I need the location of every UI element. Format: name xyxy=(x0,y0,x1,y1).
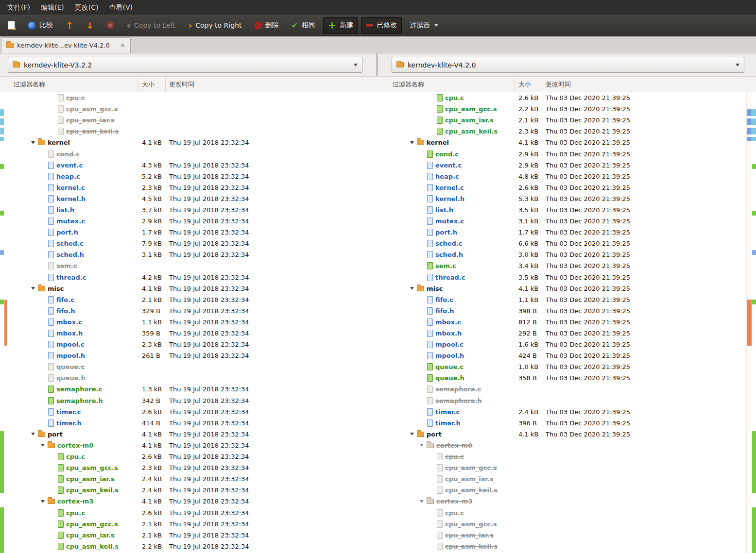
pane-splitter[interactable] xyxy=(377,53,378,76)
compare-button[interactable]: 比较 xyxy=(23,17,58,34)
tree-row[interactable]: port4.1 kBThu 03 Dec 2020 21:39:25 xyxy=(389,429,746,440)
expander-icon[interactable] xyxy=(410,433,414,436)
tree-row[interactable]: queue.h358 BThu 03 Dec 2020 21:39:25 xyxy=(389,372,746,384)
diff-overview-map-left[interactable] xyxy=(0,77,10,553)
tree-row[interactable]: mpool.c2.3 kBThu 19 Jul 2018 23:32:34 xyxy=(10,339,364,350)
tree-row[interactable]: cpu_asm_gcc.s2.1 kBThu 19 Jul 2018 23:32… xyxy=(10,519,364,530)
column-header-size[interactable]: 大小 xyxy=(138,77,166,92)
column-header-name[interactable]: 过滤器名称 xyxy=(10,77,138,92)
tree-row[interactable]: sched.c7.9 kBThu 19 Jul 2018 23:32:34 xyxy=(10,238,364,249)
tree-row[interactable]: sched.h3.1 kBThu 19 Jul 2018 23:32:34 xyxy=(10,249,364,260)
tree-row[interactable]: cpu_asm_keil.s xyxy=(389,485,746,496)
tree-row[interactable]: sched.h3.0 kBThu 03 Dec 2020 21:39:25 xyxy=(389,249,746,260)
column-header-name[interactable]: 过滤器名称 xyxy=(389,77,515,92)
tree-row[interactable]: semaphore.c xyxy=(389,384,746,395)
expander-icon[interactable] xyxy=(410,287,414,290)
tree-row[interactable]: cpu_asm_iar.s2.1 kBThu 19 Jul 2018 23:32… xyxy=(10,530,364,541)
tree-row[interactable]: cpu_asm_iar.s2.4 kBThu 19 Jul 2018 23:32… xyxy=(10,473,364,485)
show-same-toggle[interactable]: ✔ 相同 xyxy=(287,17,320,34)
tree-row[interactable]: queue.c xyxy=(10,361,364,372)
column-header-time[interactable]: 更改时间 xyxy=(166,77,364,92)
tree-row[interactable]: timer.c2.6 kBThu 19 Jul 2018 23:32:34 xyxy=(10,406,364,418)
expander-icon[interactable] xyxy=(31,141,35,144)
tree-row[interactable]: mbox.c812 BThu 03 Dec 2020 21:39:25 xyxy=(389,317,746,328)
tree-row[interactable]: port.h1.7 kBThu 03 Dec 2020 21:39:25 xyxy=(389,227,746,238)
tree-row[interactable]: kernel4.1 kBThu 19 Jul 2018 23:32:34 xyxy=(10,137,364,148)
tree-row[interactable]: semaphore.c1.3 kBThu 19 Jul 2018 23:32:3… xyxy=(10,384,364,395)
diff-overview-map-right[interactable] xyxy=(752,77,756,553)
tree-row[interactable]: list.h3.5 kBThu 03 Dec 2020 21:39:25 xyxy=(389,204,746,216)
tree-row[interactable]: cpu.c2.6 kBThu 03 Dec 2020 21:39:25 xyxy=(389,92,746,103)
tree-row[interactable]: cortex-m3 xyxy=(389,496,746,507)
tree-row[interactable]: mutex.c2.9 kBThu 19 Jul 2018 23:32:34 xyxy=(10,216,364,227)
tree-row[interactable]: kernel.h4.5 kBThu 19 Jul 2018 23:32:34 xyxy=(10,193,364,204)
next-change-button[interactable]: ↓ xyxy=(81,17,99,34)
tree-row[interactable]: fifo.c1.1 kBThu 03 Dec 2020 21:39:25 xyxy=(389,294,746,305)
tree-row[interactable]: semaphore.h342 BThu 19 Jul 2018 23:32:34 xyxy=(10,395,364,406)
tree-row[interactable]: thread.c3.5 kBThu 03 Dec 2020 21:39:25 xyxy=(389,272,746,283)
tree-row[interactable]: sem.c xyxy=(10,260,364,271)
delete-button[interactable]: 删除 xyxy=(250,17,284,34)
tree-row[interactable]: cortex-m0 xyxy=(389,440,746,451)
tree-row[interactable]: cond.c xyxy=(10,148,364,159)
copy-to-left-button[interactable]: ‹ Copy to Left xyxy=(122,17,180,34)
tree-row[interactable]: cond.c2.9 kBThu 03 Dec 2020 21:39:25 xyxy=(389,148,746,159)
tree-row[interactable]: cpu_asm_gcc.s2.3 kBThu 19 Jul 2018 23:32… xyxy=(10,462,364,473)
menu-file[interactable]: 文件(F) xyxy=(2,0,35,15)
tree-row[interactable]: cpu_asm_gcc.s2.2 kBThu 03 Dec 2020 21:39… xyxy=(389,103,746,115)
tree-row[interactable]: cpu_asm_gcc.s xyxy=(389,462,746,473)
expander-icon[interactable] xyxy=(31,287,35,290)
scrollbar-right[interactable] xyxy=(746,77,752,553)
tree-row[interactable]: event.c4.3 kBThu 19 Jul 2018 23:32:34 xyxy=(10,160,364,171)
tree-row[interactable]: cpu_asm_gcc.s xyxy=(10,103,364,115)
comparison-tab[interactable]: kerndev-klite...ev-klite-V4.2.0 ✕ xyxy=(1,37,131,53)
close-tab-icon[interactable]: ✕ xyxy=(120,42,125,49)
tree-row[interactable]: timer.c2.4 kBThu 03 Dec 2020 21:39:25 xyxy=(389,406,746,418)
tree-row[interactable]: mpool.h261 BThu 19 Jul 2018 23:32:34 xyxy=(10,350,364,361)
tree-row[interactable]: cpu.c xyxy=(10,92,364,103)
previous-change-button[interactable]: ↑ xyxy=(61,17,78,34)
tree-row[interactable]: port.h1.7 kBThu 19 Jul 2018 23:32:34 xyxy=(10,227,364,238)
tree-row[interactable]: mpool.c1.6 kBThu 03 Dec 2020 21:39:25 xyxy=(389,339,746,350)
column-header-time[interactable]: 更改时间 xyxy=(542,77,746,92)
expander-icon[interactable] xyxy=(420,444,424,447)
left-folder-combobox[interactable]: kerndev-klite-V3.2.2 xyxy=(8,57,362,73)
tree-row[interactable]: cpu_asm_keil.s2.4 kBThu 19 Jul 2018 23:3… xyxy=(10,485,364,496)
tree-row[interactable]: cpu_asm_keil.s xyxy=(389,541,746,552)
filters-dropdown-button[interactable]: 过滤器 xyxy=(405,17,443,34)
tree-row[interactable]: heap.c4.8 kBThu 03 Dec 2020 21:39:25 xyxy=(389,171,746,182)
file-tree-left[interactable]: cpu.ccpu_asm_gcc.scpu_asm_iar.scpu_asm_k… xyxy=(10,92,364,553)
expander-icon[interactable] xyxy=(410,141,414,144)
tree-row[interactable]: mutex.c3.1 kBThu 03 Dec 2020 21:39:25 xyxy=(389,216,746,227)
tree-row[interactable]: fifo.h329 BThu 19 Jul 2018 23:32:34 xyxy=(10,305,364,317)
tree-row[interactable]: queue.c1.0 kBThu 03 Dec 2020 21:39:25 xyxy=(389,361,746,372)
tree-row[interactable]: sched.c6.6 kBThu 03 Dec 2020 21:39:25 xyxy=(389,238,746,249)
tree-row[interactable]: cpu_asm_iar.s xyxy=(10,115,364,126)
tree-row[interactable]: sem.c3.4 kBThu 03 Dec 2020 21:39:25 xyxy=(389,260,746,271)
stop-button[interactable]: ✕ xyxy=(102,17,119,34)
tree-row[interactable]: fifo.c2.1 kBThu 19 Jul 2018 23:32:34 xyxy=(10,294,364,305)
tree-row[interactable]: timer.h396 BThu 03 Dec 2020 21:39:25 xyxy=(389,418,746,429)
tree-row[interactable]: mbox.c1.1 kBThu 19 Jul 2018 23:32:34 xyxy=(10,317,364,328)
tree-row[interactable]: event.c2.9 kBThu 03 Dec 2020 21:39:25 xyxy=(389,160,746,171)
tree-row[interactable]: cortex-m04.1 kBThu 19 Jul 2018 23:32:34 xyxy=(10,440,364,451)
column-header-size[interactable]: 大小 xyxy=(515,77,542,92)
expander-icon[interactable] xyxy=(31,433,35,436)
copy-to-right-button[interactable]: › Copy to Right xyxy=(183,17,247,34)
menu-changes[interactable]: 更改(C) xyxy=(69,0,104,15)
tree-row[interactable]: kernel.h5.3 kBThu 03 Dec 2020 21:39:25 xyxy=(389,193,746,204)
expander-icon[interactable] xyxy=(420,500,424,503)
tree-row[interactable]: port4.1 kBThu 19 Jul 2018 23:32:34 xyxy=(10,429,364,440)
tree-row[interactable]: fifo.h398 BThu 03 Dec 2020 21:39:25 xyxy=(389,305,746,317)
tree-row[interactable]: cpu.c2.6 kBThu 19 Jul 2018 23:32:34 xyxy=(10,451,364,462)
tree-row[interactable]: cpu_asm_gcc.s xyxy=(389,519,746,530)
tree-row[interactable]: kernel.c2.3 kBThu 19 Jul 2018 23:32:34 xyxy=(10,182,364,193)
menu-view[interactable]: 查看(V) xyxy=(103,0,138,15)
tree-row[interactable]: kernel.c2.6 kBThu 03 Dec 2020 21:39:25 xyxy=(389,182,746,193)
tree-row[interactable]: thread.c4.2 kBThu 19 Jul 2018 23:32:34 xyxy=(10,272,364,283)
tree-row[interactable]: cpu_asm_keil.s2.3 kBThu 03 Dec 2020 21:3… xyxy=(389,126,746,137)
tree-row[interactable]: misc4.1 kBThu 03 Dec 2020 21:39:25 xyxy=(389,283,746,294)
tree-row[interactable]: cpu_asm_iar.s xyxy=(389,530,746,541)
tree-row[interactable]: mbox.h292 BThu 03 Dec 2020 21:39:25 xyxy=(389,328,746,339)
tree-row[interactable]: cpu_asm_keil.s2.2 kBThu 19 Jul 2018 23:3… xyxy=(10,541,364,552)
